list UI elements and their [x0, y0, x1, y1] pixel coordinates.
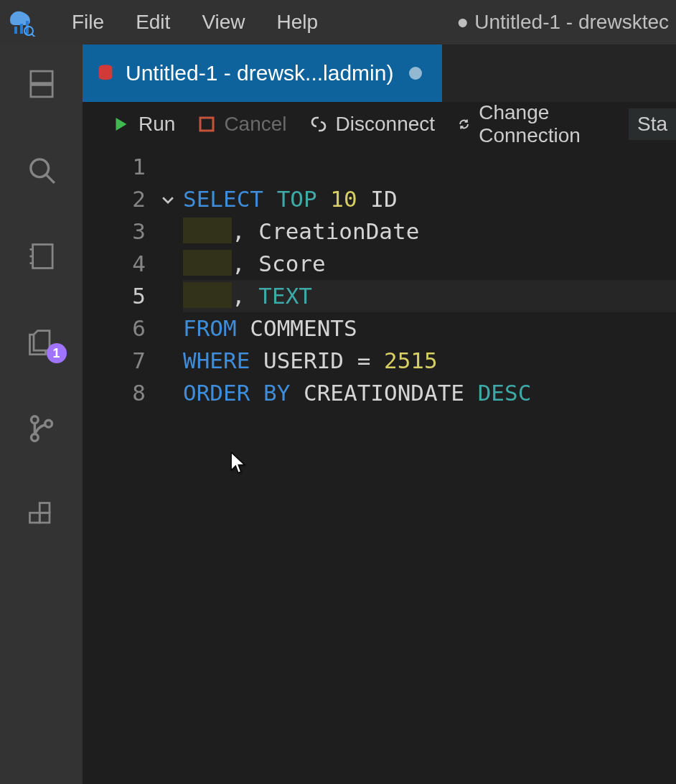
token: ID [370, 186, 397, 212]
svg-rect-20 [200, 118, 213, 131]
tab-untitled-1[interactable]: Untitled-1 - drewsk...ladmin) [83, 45, 442, 102]
cancel-button[interactable]: Cancel [198, 113, 286, 136]
editor-area: Untitled-1 - drewsk...ladmin) Run Cancel… [83, 45, 676, 784]
activity-source-control[interactable] [24, 411, 60, 447]
line-number: 3 [83, 215, 146, 248]
svg-rect-0 [14, 27, 17, 34]
menu-edit[interactable]: Edit [120, 11, 186, 34]
menu-bar: File Edit View Help ● Untitled-1 - drews… [0, 0, 676, 45]
code-content[interactable]: SELECT TOP 10 ID, CreationDate, Score, T… [183, 151, 676, 784]
activity-search[interactable] [24, 152, 60, 188]
run-button[interactable]: Run [113, 113, 175, 136]
mouse-cursor-icon [229, 451, 248, 484]
svg-rect-5 [30, 71, 52, 83]
activity-extensions[interactable] [24, 497, 60, 533]
svg-rect-6 [30, 85, 52, 97]
code-line[interactable]: , CreationDate [183, 215, 676, 248]
line-number: 2 [83, 183, 146, 215]
svg-line-8 [46, 175, 54, 183]
activity-notebooks[interactable] [24, 238, 60, 274]
line-number: 5 [83, 280, 146, 312]
token: 2515 [384, 347, 438, 373]
token: , [232, 283, 258, 309]
trailing-action-label: Sta [637, 113, 667, 136]
token: DESC [478, 380, 532, 406]
menu-help[interactable]: Help [261, 11, 334, 34]
svg-point-13 [31, 416, 38, 424]
code-line[interactable]: FROM COMMENTS [183, 312, 676, 345]
svg-rect-17 [39, 513, 50, 523]
disconnect-button[interactable]: Disconnect [310, 113, 436, 136]
activity-bar: 1 [0, 45, 83, 784]
indent-guide [183, 282, 232, 308]
token: BY [263, 380, 290, 406]
line-number: 4 [83, 248, 146, 280]
fold-cell [160, 345, 183, 377]
change-connection-label: Change Connection [479, 101, 606, 147]
token: 10 [330, 186, 357, 212]
token: USERID [263, 347, 344, 373]
code-line[interactable]: , TEXT [183, 280, 676, 312]
svg-point-14 [31, 434, 38, 442]
token: Score [258, 251, 325, 276]
token [290, 380, 304, 406]
token [250, 347, 263, 373]
change-connection-button[interactable]: Change Connection [458, 101, 606, 147]
code-line[interactable] [183, 151, 676, 183]
code-line[interactable]: ORDER BY CREATIONDATE DESC [183, 377, 676, 409]
token [317, 186, 331, 212]
fold-gutter [160, 151, 183, 784]
code-editor[interactable]: 12345678 SELECT TOP 10 ID, CreationDate,… [83, 146, 676, 784]
fold-cell [160, 377, 183, 409]
token [237, 315, 250, 341]
svg-point-7 [30, 159, 48, 177]
line-number: 1 [83, 151, 146, 183]
chevron-down-icon [160, 192, 176, 207]
window-title: ● Untitled-1 - drewsktec [457, 11, 676, 34]
disconnect-label: Disconnect [336, 113, 436, 136]
svg-rect-1 [20, 24, 23, 34]
tab-strip: Untitled-1 - drewsk...ladmin) [83, 45, 676, 102]
line-number: 6 [83, 312, 146, 345]
cancel-label: Cancel [224, 113, 286, 136]
trailing-action-button[interactable]: Sta [629, 108, 676, 140]
app-logo-icon [7, 8, 36, 37]
token [263, 186, 277, 212]
svg-rect-16 [29, 513, 39, 523]
dirty-indicator-icon [409, 67, 422, 80]
token: CreationDate [258, 218, 419, 244]
fold-cell [160, 248, 183, 280]
database-icon [95, 63, 116, 83]
svg-point-15 [44, 420, 52, 427]
svg-line-4 [32, 34, 35, 37]
menu-view[interactable]: View [186, 11, 260, 34]
line-number: 8 [83, 377, 146, 409]
token: TOP [277, 186, 317, 212]
explorer-badge: 1 [47, 343, 67, 363]
code-line[interactable]: , Score [183, 248, 676, 280]
fold-cell [160, 215, 183, 248]
code-line[interactable]: SELECT TOP 10 ID [183, 183, 676, 215]
token: , [232, 218, 258, 244]
token: WHERE [183, 347, 250, 373]
token: CREATIONDATE [304, 380, 464, 406]
token: , [232, 251, 258, 276]
activity-explorer[interactable]: 1 [24, 325, 60, 360]
line-number: 7 [83, 345, 146, 377]
token: FROM [183, 315, 237, 341]
indent-guide [183, 218, 232, 243]
tab-label: Untitled-1 - drewsk...ladmin) [126, 61, 393, 85]
activity-servers[interactable] [24, 66, 60, 102]
fold-cell [160, 280, 183, 312]
svg-rect-9 [32, 245, 52, 269]
code-line[interactable]: WHERE USERID = 2515 [183, 345, 676, 377]
token [464, 380, 478, 406]
query-action-bar: Run Cancel Disconnect C [83, 102, 676, 146]
fold-cell [160, 151, 183, 183]
menu-file[interactable]: File [56, 11, 120, 34]
token: COMMENTS [250, 315, 357, 341]
token: = [344, 347, 384, 373]
fold-cell[interactable] [160, 183, 183, 215]
svg-rect-18 [39, 503, 50, 513]
token: ORDER [183, 380, 250, 406]
